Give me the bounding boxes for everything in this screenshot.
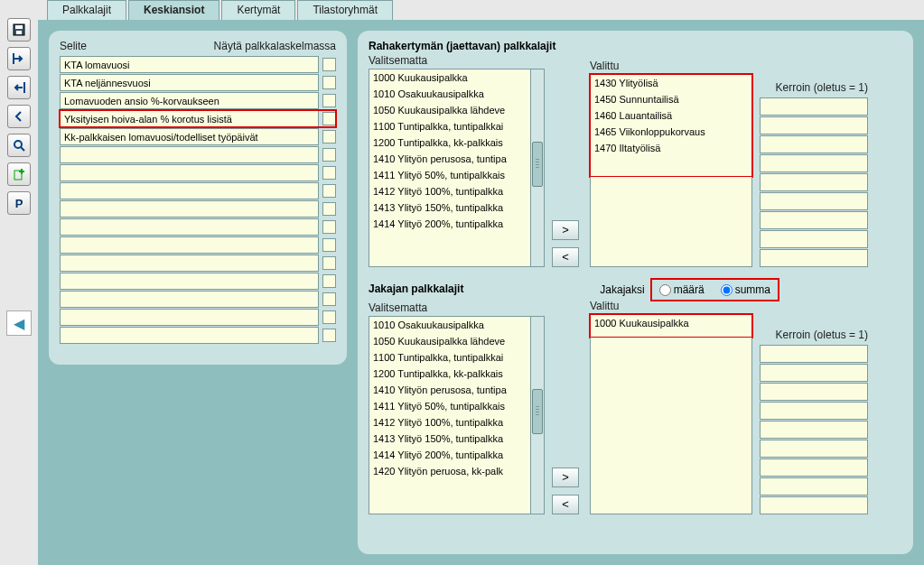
kerroin-input[interactable] — [760, 421, 868, 439]
selite-input[interactable] — [60, 164, 319, 181]
selite-input[interactable] — [60, 182, 319, 199]
kerroin-input[interactable] — [760, 192, 868, 210]
show-checkbox[interactable] — [322, 220, 336, 234]
import-icon[interactable] — [7, 47, 31, 70]
list-item[interactable]: 1100 Tuntipalkka, tuntipalkkai — [369, 118, 530, 134]
show-checkbox[interactable] — [322, 148, 336, 162]
list-item[interactable]: 1414 Ylityö 200%, tuntipalkka — [369, 447, 530, 463]
selite-input[interactable] — [60, 236, 319, 254]
show-checkbox[interactable] — [322, 202, 336, 216]
list-item[interactable]: 1100 Tuntipalkka, tuntipalkkai — [369, 349, 530, 366]
selite-input[interactable] — [60, 273, 319, 290]
kerroin-input[interactable] — [760, 173, 868, 191]
scrollbar[interactable] — [530, 316, 545, 514]
selite-input[interactable] — [60, 74, 319, 91]
selite-input[interactable] — [60, 146, 319, 163]
show-checkbox[interactable] — [322, 184, 336, 198]
list-item[interactable]: 1410 Ylityön perusosa, tuntipa — [369, 151, 530, 167]
s2-selected-rest[interactable] — [590, 338, 752, 514]
list-item[interactable]: 1000 Kuukausipalkka — [369, 69, 530, 86]
list-item[interactable]: 1430 Ylityölisä — [591, 75, 751, 91]
list-item[interactable]: 1200 Tuntipalkka, kk-palkkais — [369, 366, 530, 382]
kerroin-input[interactable] — [760, 440, 868, 458]
list-item[interactable]: 1050 Kuukausipalkka lähdeve — [369, 102, 530, 118]
show-checkbox[interactable] — [322, 329, 336, 342]
selite-input[interactable] — [60, 309, 319, 326]
s2-unselected-list[interactable]: 1010 Osakuukausipalkka1050 Kuukausipalkk… — [369, 316, 531, 514]
s1-selected-rest[interactable] — [590, 177, 752, 267]
list-item[interactable]: 1413 Ylityö 150%, tuntipalkka — [369, 431, 530, 447]
list-item[interactable]: 1010 Osakuukausipalkka — [369, 317, 530, 333]
kerroin-input[interactable] — [760, 249, 868, 267]
show-checkbox[interactable] — [322, 274, 336, 288]
kerroin-input[interactable] — [760, 477, 868, 496]
radio-maara[interactable]: määrä — [659, 283, 705, 296]
s1-unselected-list[interactable]: 1000 Kuukausipalkka1010 Osakuukausipalkk… — [369, 69, 531, 267]
collapse-icon[interactable]: ◀ — [6, 310, 32, 336]
list-item[interactable]: 1412 Ylityö 100%, tuntipalkka — [369, 183, 530, 199]
list-item[interactable]: 1410 Ylityön perusosa, tuntipa — [369, 382, 530, 398]
list-item[interactable]: 1411 Ylityö 50%, tuntipalkkais — [369, 167, 530, 183]
list-item[interactable]: 1010 Osakuukausipalkka — [369, 86, 530, 102]
selite-input[interactable] — [60, 327, 319, 344]
kerroin-input[interactable] — [760, 496, 868, 514]
kerroin-input[interactable] — [760, 458, 868, 477]
add-icon[interactable] — [7, 162, 31, 186]
kerroin-input[interactable] — [760, 364, 868, 382]
list-item[interactable]: 1050 Kuukausipalkka lähdeve — [369, 333, 530, 349]
tab-palkkalajit[interactable]: Palkkalajit — [47, 0, 126, 20]
export-icon[interactable] — [7, 76, 31, 99]
kerroin-input[interactable] — [760, 383, 868, 401]
s1-remove-button[interactable]: < — [552, 247, 579, 267]
tab-kertymät[interactable]: Kertymät — [221, 0, 295, 20]
list-item[interactable]: 1411 Ylityö 50%, tuntipalkkais — [369, 398, 530, 414]
show-checkbox[interactable] — [322, 94, 336, 107]
list-item[interactable]: 1000 Kuukausipalkka — [591, 315, 751, 331]
list-item[interactable]: 1470 Iltatyölisä — [591, 140, 751, 156]
selite-input[interactable] — [60, 255, 319, 272]
selite-input[interactable] — [60, 92, 319, 109]
show-checkbox[interactable] — [322, 292, 336, 306]
kerroin-input[interactable] — [760, 97, 868, 116]
kerroin-input[interactable] — [760, 402, 868, 420]
kerroin-input[interactable] — [760, 135, 868, 153]
list-item[interactable]: 1414 Ylityö 200%, tuntipalkka — [369, 216, 530, 232]
list-item[interactable]: 1413 Ylityö 150%, tuntipalkka — [369, 199, 530, 216]
p-button[interactable]: P — [7, 191, 31, 215]
kerroin-input[interactable] — [760, 211, 868, 229]
show-checkbox[interactable] — [322, 130, 336, 144]
show-checkbox[interactable] — [322, 76, 336, 89]
tab-tilastoryhmät[interactable]: Tilastoryhmät — [297, 0, 393, 20]
list-item[interactable]: 1465 Viikonloppukorvaus — [591, 124, 751, 140]
selite-input[interactable] — [60, 200, 319, 218]
list-item[interactable]: 1450 Sunnuntailisä — [591, 91, 751, 107]
s2-add-button[interactable]: > — [552, 468, 579, 487]
radio-summa[interactable]: summa — [721, 283, 770, 296]
scrollbar[interactable] — [530, 69, 545, 267]
s1-add-button[interactable]: > — [552, 220, 579, 240]
selite-input[interactable] — [60, 110, 319, 127]
zoom-icon[interactable] — [7, 134, 31, 157]
show-checkbox[interactable] — [322, 112, 336, 125]
list-item[interactable]: 1460 Lauantailisä — [591, 107, 751, 124]
kerroin-input[interactable] — [760, 154, 868, 172]
show-checkbox[interactable] — [322, 166, 336, 180]
list-item[interactable]: 1200 Tuntipalkka, kk-palkkais — [369, 134, 530, 151]
kerroin-input[interactable] — [760, 230, 868, 248]
show-checkbox[interactable] — [322, 238, 336, 252]
kerroin-input[interactable] — [760, 345, 868, 363]
list-item[interactable]: 1412 Ylityö 100%, tuntipalkka — [369, 414, 530, 431]
selite-input[interactable] — [60, 218, 319, 236]
tab-keskiansiot[interactable]: Keskiansiot — [128, 0, 219, 20]
back-icon[interactable] — [7, 105, 31, 128]
show-checkbox[interactable] — [322, 310, 336, 324]
selite-input[interactable] — [60, 56, 319, 73]
s2-remove-button[interactable]: < — [552, 495, 579, 514]
s2-selected-list[interactable]: 1000 Kuukausipalkka — [590, 314, 752, 338]
selite-input[interactable] — [60, 128, 319, 145]
show-checkbox[interactable] — [322, 58, 336, 71]
selite-input[interactable] — [60, 291, 319, 308]
list-item[interactable]: 1420 Ylityön peruosa, kk-palk — [369, 463, 530, 479]
kerroin-input[interactable] — [760, 116, 868, 134]
save-icon[interactable] — [7, 18, 31, 42]
